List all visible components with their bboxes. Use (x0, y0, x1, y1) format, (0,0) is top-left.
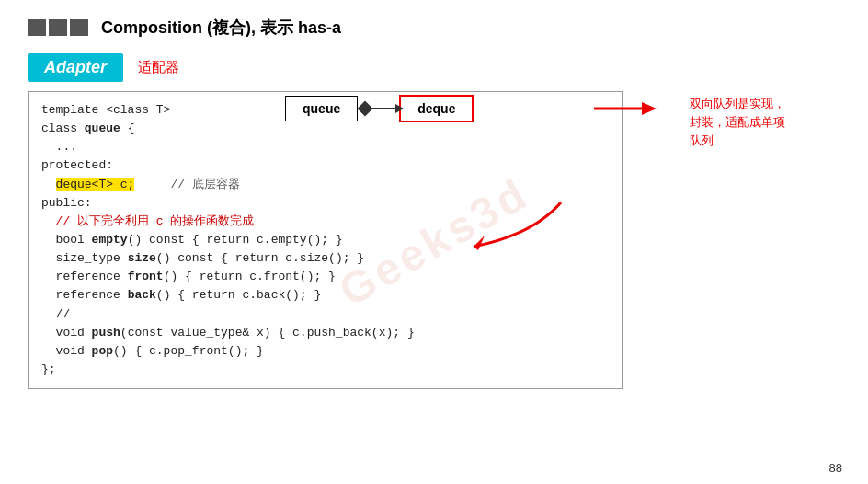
main-content: template <class T> class queue { ... pro… (28, 91, 840, 389)
code-line-3: ... (41, 138, 610, 156)
adapter-section: Adapter 适配器 (28, 53, 840, 82)
annotation-content: 双向队列是实现，封装，适配成单项队列 (690, 98, 785, 147)
page-number: 88 (829, 461, 842, 475)
diagram-arrow-shaft (371, 108, 397, 109)
diagram-deque-box: deque (399, 95, 474, 122)
diagram-arrowhead (395, 104, 404, 113)
code-line-15: }; (41, 361, 610, 379)
code-block: template <class T> class queue { ... pro… (28, 91, 623, 389)
code-line-4: protected: (41, 156, 610, 175)
adapter-badge: Adapter (28, 53, 123, 82)
diagram-connector (360, 103, 397, 114)
code-line-12: // (41, 305, 610, 324)
code-line-5: deque<T> c; // 底层容器 (41, 176, 610, 194)
code-line-2: class queue { (41, 120, 610, 138)
code-line-10: reference front() { return c.front(); } (41, 268, 610, 286)
code-line-9: size_type size() const { return c.size()… (41, 249, 610, 268)
code-line-8: bool empty() const { return c.empty(); } (41, 231, 610, 249)
annotation-right-text: 双向队列是实现，封装，适配成单项队列 (690, 95, 795, 149)
code-line-7: // 以下完全利用 c 的操作函数完成 (41, 213, 610, 231)
diagram-container: queue deque (285, 95, 474, 122)
diagram-queue-box: queue (285, 96, 358, 121)
code-line-11: reference back() { return c.back(); } (41, 286, 610, 305)
code-line-13: void push(const value_type& x) { c.push_… (41, 324, 610, 342)
header: Composition (複合), 表示 has-a (28, 17, 840, 39)
diagram-diamond (358, 101, 373, 117)
code-line-6: public: (41, 194, 610, 213)
code-line-14: void pop() { c.pop_front(); } (41, 342, 610, 361)
icon-square-1 (28, 19, 46, 36)
icon-square-3 (70, 19, 88, 36)
icon-square-2 (49, 19, 67, 36)
page-container: Composition (複合), 表示 has-a Adapter 适配器 t… (0, 0, 868, 484)
page-title: Composition (複合), 表示 has-a (101, 17, 341, 39)
header-icons (28, 19, 88, 36)
adapter-annotation: 适配器 (138, 59, 179, 76)
